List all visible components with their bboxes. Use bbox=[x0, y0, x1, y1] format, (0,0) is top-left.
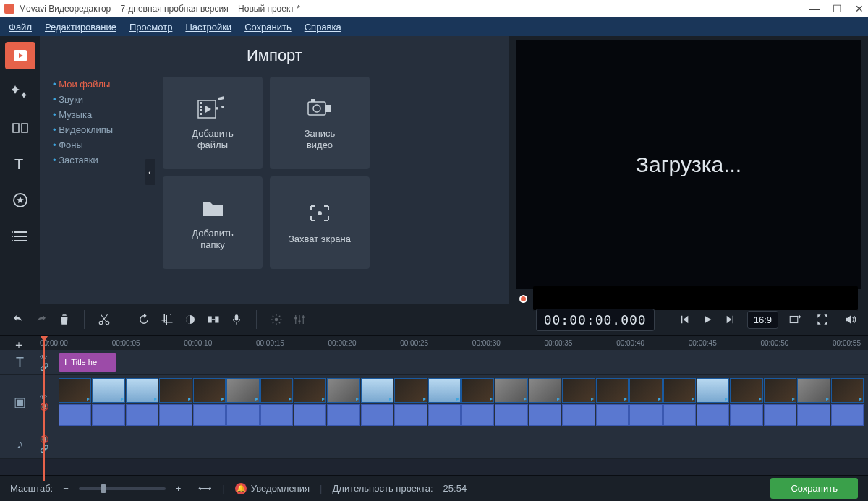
track-mute-icon[interactable]: 🔇 bbox=[40, 435, 54, 443]
zoom-in-button[interactable]: + bbox=[176, 483, 182, 494]
audio-clip[interactable] bbox=[294, 404, 326, 426]
scrubber-track[interactable] bbox=[533, 286, 858, 311]
video-clip[interactable] bbox=[394, 378, 427, 403]
aspect-ratio-button[interactable]: 16:9 bbox=[747, 311, 778, 329]
track-mute-icon[interactable]: 🔇 bbox=[40, 403, 54, 411]
video-clip[interactable] bbox=[663, 378, 696, 403]
menu-file[interactable]: Файл bbox=[9, 22, 32, 33]
video-clip[interactable] bbox=[495, 378, 527, 403]
delete-button[interactable] bbox=[54, 309, 75, 330]
scrubber-handle-icon[interactable] bbox=[519, 295, 527, 303]
zoom-out-button[interactable]: − bbox=[63, 483, 69, 494]
menu-help[interactable]: Справка bbox=[305, 22, 341, 33]
track-link-icon[interactable]: 🔗 bbox=[40, 445, 54, 453]
video-clip[interactable] bbox=[562, 378, 595, 403]
tile-record-video[interactable]: Запись видео bbox=[270, 77, 370, 169]
audio-clip[interactable] bbox=[529, 404, 561, 426]
video-clip[interactable] bbox=[260, 378, 293, 403]
tool-stickers[interactable] bbox=[5, 187, 35, 214]
cut-button[interactable] bbox=[93, 309, 115, 330]
video-clip[interactable] bbox=[193, 378, 226, 403]
undo-button[interactable] bbox=[7, 309, 29, 330]
title-clip[interactable]: T Title he bbox=[59, 353, 116, 372]
video-clip[interactable] bbox=[294, 378, 326, 403]
video-clip[interactable] bbox=[461, 378, 494, 403]
zoom-slider[interactable] bbox=[79, 487, 166, 490]
save-button[interactable]: Сохранить bbox=[770, 478, 858, 499]
category-videoclips[interactable]: Видеоклипы bbox=[53, 122, 154, 137]
category-myfiles[interactable]: Мои файлы bbox=[53, 77, 154, 92]
video-clip[interactable] bbox=[59, 378, 91, 403]
next-button[interactable] bbox=[720, 309, 741, 330]
video-clip[interactable] bbox=[226, 378, 259, 403]
tool-filters[interactable] bbox=[5, 78, 35, 106]
audio-clip[interactable] bbox=[126, 404, 158, 426]
close-button[interactable]: ✕ bbox=[855, 3, 864, 14]
audio-clip[interactable] bbox=[394, 404, 427, 426]
track-visible-icon[interactable]: 👁 bbox=[40, 393, 54, 401]
video-clips-row[interactable] bbox=[59, 378, 864, 403]
timeline-ruler[interactable]: ＋ 00:00:00 00:00:05 00:00:10 00:00:15 00… bbox=[0, 335, 868, 350]
video-clip[interactable] bbox=[92, 378, 124, 403]
audio-clip[interactable] bbox=[562, 404, 595, 426]
tile-add-files[interactable]: Добавить файлы bbox=[163, 77, 263, 169]
track-link-icon[interactable]: 🔗 bbox=[40, 363, 54, 371]
notifications-button[interactable]: 🔔 Уведомления bbox=[235, 483, 310, 494]
audio-clip[interactable] bbox=[663, 404, 696, 426]
prev-button[interactable] bbox=[673, 309, 695, 330]
transition-wizard-button[interactable] bbox=[203, 309, 224, 330]
playhead-icon[interactable] bbox=[43, 336, 45, 481]
fullscreen-button[interactable] bbox=[812, 309, 833, 330]
fit-timeline-button[interactable]: ⟷ bbox=[198, 483, 212, 494]
audio-clip[interactable] bbox=[596, 404, 629, 426]
video-clip[interactable] bbox=[428, 378, 461, 403]
video-clip[interactable] bbox=[361, 378, 393, 403]
video-clip[interactable] bbox=[529, 378, 561, 403]
tile-add-folder[interactable]: Добавить папку bbox=[163, 176, 263, 269]
audio-clip[interactable] bbox=[327, 404, 359, 426]
video-clip[interactable] bbox=[697, 378, 729, 403]
audio-clip[interactable] bbox=[831, 404, 864, 426]
menu-edit[interactable]: Редактирование bbox=[45, 22, 116, 33]
category-sounds[interactable]: Звуки bbox=[53, 92, 154, 107]
rotate-button[interactable] bbox=[133, 309, 155, 330]
tool-import[interactable] bbox=[5, 42, 35, 69]
video-clip[interactable] bbox=[831, 378, 864, 403]
collapse-categories-button[interactable]: ‹ bbox=[145, 159, 155, 185]
play-button[interactable] bbox=[697, 309, 718, 330]
tool-titles[interactable]: T bbox=[5, 150, 35, 178]
add-track-button[interactable]: ＋ bbox=[13, 338, 25, 353]
clip-properties-button[interactable] bbox=[265, 309, 287, 330]
microphone-button[interactable] bbox=[226, 309, 247, 330]
category-backgrounds[interactable]: Фоны bbox=[53, 137, 154, 153]
menu-settings[interactable]: Настройки bbox=[185, 22, 231, 33]
detach-preview-button[interactable] bbox=[784, 309, 806, 330]
video-clip[interactable] bbox=[327, 378, 359, 403]
video-clip[interactable] bbox=[764, 378, 796, 403]
redo-button[interactable] bbox=[30, 309, 52, 330]
video-clip[interactable] bbox=[629, 378, 662, 403]
track-visible-icon[interactable]: 👁 bbox=[40, 354, 54, 361]
audio-clip[interactable] bbox=[159, 404, 192, 426]
video-clip[interactable] bbox=[797, 378, 830, 403]
video-clip[interactable] bbox=[126, 378, 158, 403]
color-button[interactable] bbox=[179, 309, 201, 330]
audio-clip[interactable] bbox=[697, 404, 729, 426]
audio-clip[interactable] bbox=[629, 404, 662, 426]
equalizer-button[interactable] bbox=[289, 309, 310, 330]
audio-clip[interactable] bbox=[193, 404, 226, 426]
linked-audio-row[interactable] bbox=[59, 404, 864, 426]
maximize-button[interactable]: ☐ bbox=[833, 3, 842, 14]
tile-screen-capture[interactable]: Захват экрана bbox=[270, 176, 370, 269]
audio-clip[interactable] bbox=[59, 404, 91, 426]
preview-scrubber[interactable] bbox=[516, 294, 861, 304]
audio-clip[interactable] bbox=[92, 404, 124, 426]
menu-view[interactable]: Просмотр bbox=[129, 22, 172, 33]
tool-more[interactable] bbox=[5, 223, 35, 250]
video-clip[interactable] bbox=[159, 378, 192, 403]
volume-button[interactable] bbox=[839, 309, 861, 330]
audio-clip[interactable] bbox=[260, 404, 293, 426]
audio-clip[interactable] bbox=[361, 404, 393, 426]
audio-clip[interactable] bbox=[428, 404, 461, 426]
category-music[interactable]: Музыка bbox=[53, 107, 154, 122]
